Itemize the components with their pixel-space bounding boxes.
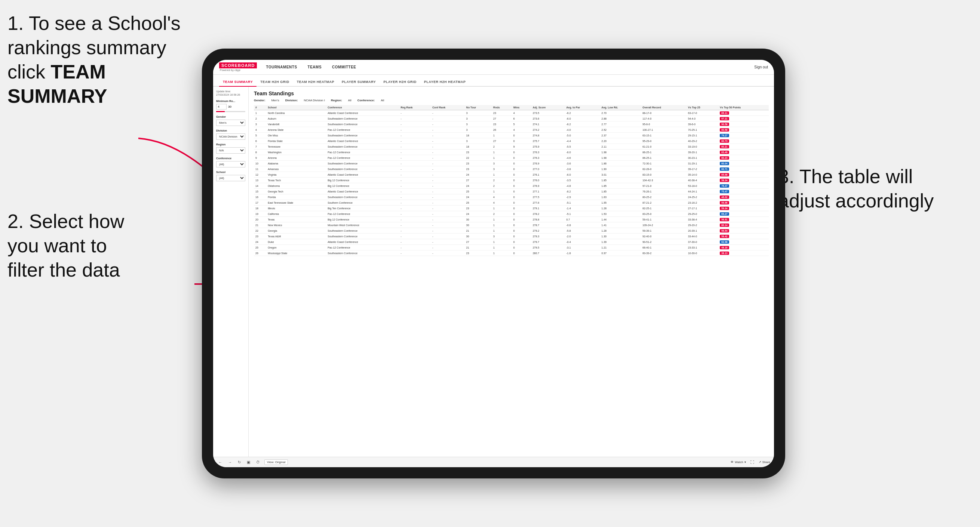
cell-avg-low: 2.52 — [600, 127, 641, 133]
cell-vs-top25: 39-17-2 — [686, 166, 718, 172]
cell-no-tour: 18 — [465, 133, 492, 138]
points-badge: 58.42 — [720, 235, 729, 238]
cell-rnds: 23 — [492, 110, 512, 116]
cell-avg-par: -1.4 — [565, 206, 600, 211]
gender-select[interactable]: Men's — [216, 120, 245, 126]
table-row: 2 Auburn Southeastern Conference - - 3 2… — [254, 116, 769, 121]
cell-adj-score: 276.0 — [531, 178, 565, 183]
cell-reg-rank: - — [399, 183, 431, 189]
cell-conf-rank: - — [431, 161, 465, 166]
cell-avg-par: -2.0 — [565, 233, 600, 239]
cell-wins: 0 — [512, 200, 531, 206]
cell-conference: Southeastern Conference — [326, 251, 399, 256]
cell-wins: 9 — [512, 144, 531, 149]
cell-conf-rank: - — [431, 228, 465, 233]
cell-rank: 7 — [254, 144, 266, 149]
cell-overall: 97-21-0 — [641, 183, 686, 189]
cell-overall: 66-40-1 — [641, 245, 686, 251]
cell-conf-rank: - — [431, 194, 465, 200]
cell-adj-score: 275.7 — [531, 138, 565, 144]
conference-select[interactable]: (All) — [216, 161, 245, 167]
cell-conf-rank: - — [431, 211, 465, 217]
cell-conf-rank: - — [431, 206, 465, 211]
cell-adj-score: 277.0 — [531, 166, 565, 172]
cell-adj-score: 276.9 — [531, 161, 565, 166]
tab-player-h2h-heatmap[interactable]: PLAYER H2H HEATMAP — [420, 78, 469, 87]
cell-conference: Atlantic Coast Conference — [326, 110, 399, 116]
toolbar-fullscreen[interactable]: ⛶ — [749, 459, 756, 465]
table-row: 15 Georgia Tech Atlantic Coast Conferenc… — [254, 189, 769, 194]
cell-conf-rank: - — [431, 133, 465, 138]
slider-range[interactable] — [216, 111, 245, 112]
col-rnds: Rnds — [492, 105, 512, 110]
cell-rnds: 4 — [492, 194, 512, 200]
cell-reg-rank: - — [399, 206, 431, 211]
cell-reg-rank: - — [399, 155, 431, 161]
nav-tournaments[interactable]: TOURNAMENTS — [264, 65, 298, 69]
cell-conference: Southeastern Conference — [326, 161, 399, 166]
region-label: Region — [216, 143, 245, 146]
cell-no-tour: 21 — [465, 245, 492, 251]
cell-reg-rank: - — [399, 211, 431, 217]
cell-overall: 109-24-2 — [641, 222, 686, 228]
points-badge: 56.54 — [720, 229, 729, 232]
cell-school: Vanderbilt — [266, 121, 326, 127]
cell-avg-low: 1.63 — [600, 194, 641, 200]
tab-player-summary[interactable]: PLAYER SUMMARY — [338, 78, 380, 87]
cell-no-tour: 23 — [465, 166, 492, 172]
tab-player-h2h-grid[interactable]: PLAYER H2H GRID — [380, 78, 420, 87]
cell-avg-low: 1.85 — [600, 189, 641, 194]
toolbar-back[interactable]: ← — [217, 459, 224, 465]
toolbar-forward[interactable]: → — [227, 459, 233, 465]
cell-no-tour: 3 — [465, 110, 492, 116]
cell-avg-par: -5.0 — [565, 133, 600, 138]
table-row: 14 Oklahoma Big 12 Conference - - 24 2 0… — [254, 183, 769, 189]
cell-no-tour: 23 — [465, 161, 492, 166]
cell-reg-rank: - — [399, 116, 431, 121]
nav-committee[interactable]: COMMITTEE — [331, 65, 358, 69]
cell-avg-low: 1.30 — [600, 233, 641, 239]
cell-rank: 2 — [254, 116, 266, 121]
cell-vs-top25: 23-33-1 — [686, 245, 718, 251]
points-badge: 85.98 — [720, 173, 729, 176]
watch-button[interactable]: 👁 Watch ▾ — [730, 460, 746, 464]
cell-avg-par: -5.1 — [565, 211, 600, 217]
share-button[interactable]: ↗ Share — [759, 460, 770, 464]
min-row-input[interactable] — [216, 104, 227, 110]
view-original-button[interactable]: View: Original — [264, 459, 288, 465]
cell-rnds: 26 — [492, 127, 512, 133]
cell-avg-low: 1.85 — [600, 183, 641, 189]
cell-conf-rank: - — [431, 233, 465, 239]
cell-school: Mississippi State — [266, 251, 326, 256]
toolbar-refresh[interactable]: ↻ — [236, 459, 242, 465]
division-select[interactable]: NCAA Division I — [216, 133, 245, 140]
school-select[interactable]: (All) — [216, 175, 245, 181]
cell-avg-par: -5.8 — [565, 228, 600, 233]
cell-reg-rank: - — [399, 245, 431, 251]
toolbar-clock[interactable]: ⏱ — [255, 459, 261, 465]
cell-vs-top25: 44-24-1 — [686, 189, 718, 194]
cell-overall: 95-29-0 — [641, 138, 686, 144]
cell-vs-top25: 30-23-1 — [686, 155, 718, 161]
tab-team-h2h-heatmap[interactable]: TEAM H2H HEATMAP — [293, 78, 338, 87]
toolbar-copy[interactable]: ▣ — [245, 459, 251, 465]
cell-vs-top25: 20-39-1 — [686, 228, 718, 233]
tab-team-summary[interactable]: TEAM SUMMARY — [219, 78, 256, 87]
cell-vs-top50: 76.47 — [718, 183, 769, 189]
cell-avg-low: 1.98 — [600, 155, 641, 161]
cell-adj-score: 279.1 — [531, 206, 565, 211]
region-select[interactable]: N/A — [216, 147, 245, 154]
cell-no-tour: 27 — [465, 239, 492, 245]
cell-school: Texas Tech — [266, 178, 326, 183]
cell-no-tour: 3 — [465, 138, 492, 144]
tab-team-h2h-grid[interactable]: TEAM H2H GRID — [256, 78, 293, 87]
cell-no-tour: 24 — [465, 211, 492, 217]
cell-vs-top25: 33-44-0 — [686, 233, 718, 239]
cell-conference: Atlantic Coast Conference — [326, 189, 399, 194]
cell-avg-par: 0.7 — [565, 217, 600, 222]
points-badge: 58.34 — [720, 179, 729, 182]
cell-school: Arizona — [266, 155, 326, 161]
cell-wins: 0 — [512, 161, 531, 166]
sign-out-button[interactable]: Sign out — [754, 65, 768, 69]
nav-teams[interactable]: TEAMS — [306, 65, 323, 69]
